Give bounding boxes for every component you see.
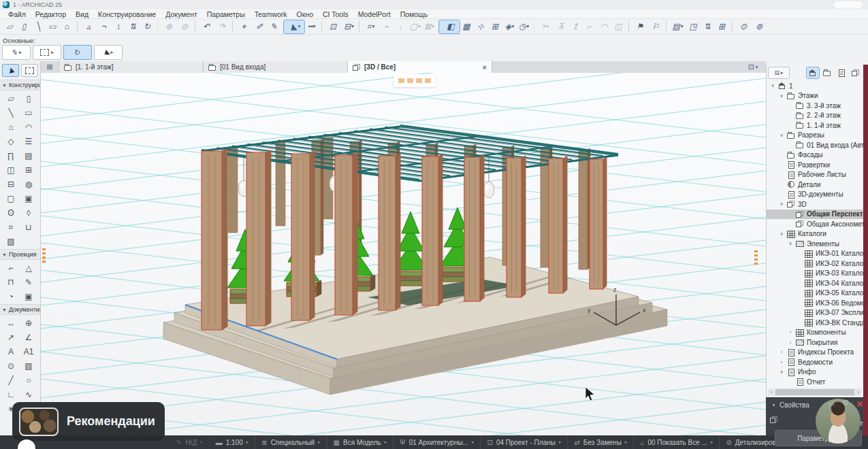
toolbox-section-viewpoint[interactable]: ▼Проекция — [0, 249, 40, 260]
linear-dimension-tool[interactable]: ↔ — [2, 316, 20, 330]
import-export-btn[interactable]: ⇅ — [701, 20, 715, 33]
circle-tool[interactable]: ○ — [20, 373, 37, 387]
dot-grid-btn[interactable]: ⊞ — [488, 20, 502, 33]
teamwork-receive-btn[interactable]: ⊚ — [752, 20, 767, 33]
tree-item-rabochie-listy[interactable]: Рабочие Листы — [767, 170, 863, 180]
status-layer-combination[interactable]: ≣Специальный▸ — [255, 435, 327, 449]
tree-expand-icon[interactable]: ∨ — [779, 231, 784, 237]
roofmaker-btn[interactable]: ▵ — [77, 20, 97, 33]
menu-design[interactable]: Конструирование — [93, 10, 161, 18]
drawing-update-btn[interactable]: ◳ — [686, 20, 701, 33]
equipment-tool[interactable]: ⊔ — [20, 220, 37, 234]
tree-expand-icon[interactable]: ∨ — [779, 369, 784, 375]
plumb-btn[interactable]: ↕ — [112, 20, 126, 33]
opening-tool[interactable]: ▢ — [2, 191, 20, 205]
status-structure-display[interactable]: ▦Вся Модель▸ — [327, 435, 394, 449]
window-controls[interactable] — [834, 1, 863, 8]
tree-expand-icon[interactable]: › — [779, 360, 784, 365]
find-select-btn[interactable]: ⌖ — [232, 20, 253, 33]
status-view-settings[interactable]: ⊡04 Проект - Планы▸ — [481, 435, 568, 449]
recommendations-overlay[interactable]: Рекомендации — [12, 402, 165, 441]
menu-edit[interactable]: Редактор — [31, 10, 71, 18]
column-tool[interactable]: ▯ — [20, 91, 37, 105]
tree-item-indeksy-proekta[interactable]: ›Индексы Проекта — [767, 348, 863, 358]
tree-item-obshchaya-perspektiva[interactable]: Общая Перспектива — [767, 210, 863, 220]
tree-item-etazhi[interactable]: ∨Этажи — [767, 91, 863, 101]
rotate-view-btn[interactable]: ↻ — [63, 45, 92, 60]
tree-item-ike-06[interactable]: ИКЭ-06 Ведомость Проемов — [767, 298, 863, 308]
column-tool-btn[interactable]: ▯ — [17, 20, 31, 33]
tab-3d-view[interactable]: [3D / Все]× — [348, 61, 492, 73]
virtual-trace-btn[interactable]: ◧ — [439, 20, 460, 33]
pick-up-parameters-btn[interactable]: ✐ — [253, 20, 267, 33]
arrow-tool-quick-btn[interactable]: ▶▸ — [94, 45, 123, 60]
tree-item-ike-01[interactable]: ИКЭ-01 Каталог Стен — [767, 249, 863, 259]
tree-item-ike-vk[interactable]: ИКЭ-ВК Стандартный Катал — [767, 318, 863, 328]
view-map-button[interactable] — [821, 67, 833, 78]
navigator-horizontal-scrollbar[interactable]: ‹ › — [768, 388, 862, 396]
arrow-tool-button[interactable]: ▶ — [2, 64, 19, 77]
roof-tool-btn[interactable]: ⌂ — [60, 20, 74, 33]
object-tool[interactable]: ▣ — [20, 191, 37, 205]
schedule-btn[interactable]: ▦ — [460, 20, 474, 33]
tree-expand-icon[interactable]: ∨ — [788, 241, 793, 246]
door-tool[interactable]: ◫ — [2, 163, 20, 177]
curtain-wall-tool[interactable]: ▤ — [20, 148, 37, 163]
camera-tool[interactable]: ▣ — [20, 289, 37, 303]
tab-close-button[interactable]: × — [483, 63, 487, 71]
undo-btn[interactable]: ↶ — [195, 20, 215, 33]
snap-reference-btn[interactable]: ⊡ — [321, 20, 342, 33]
project-map-button[interactable] — [807, 67, 819, 78]
tree-item-katalogi[interactable]: ∨Каталоги — [767, 229, 863, 239]
tree-expand-icon[interactable]: › — [788, 330, 793, 335]
tree-expand-icon[interactable]: ∨ — [770, 83, 775, 88]
wall-tool[interactable]: ▱ — [2, 91, 20, 105]
marquee-presets-btn[interactable]: ▸ — [33, 45, 61, 60]
radial-dimension-tool[interactable]: ↗ — [2, 330, 20, 344]
left-panel-grip[interactable] — [42, 248, 46, 263]
right-panel-grip[interactable] — [754, 250, 758, 265]
tree-item-komponenty[interactable]: ›Компоненты — [767, 328, 863, 338]
status-renovation-filter[interactable]: ⇄Без Замены▸ — [568, 435, 634, 449]
zoom-in-btn[interactable]: ⊕ — [157, 20, 178, 33]
status-scale[interactable]: ▬1:100▸ — [210, 435, 256, 449]
slab-tool-btn[interactable]: ▭ — [46, 20, 60, 33]
label-tool[interactable]: A1 — [20, 344, 37, 359]
tree-item-vedomosti[interactable]: ›Ведомости — [767, 357, 863, 367]
tree-item-root-1[interactable]: ∨1 — [767, 81, 863, 91]
tree-item-pokrytiya[interactable]: ›Покрытия — [767, 337, 863, 348]
tree-item-ike-02[interactable]: ИКЭ-02 Каталог Всех Проемов — [767, 259, 863, 269]
morph-tool[interactable]: ◇ — [2, 134, 20, 148]
status-layer-filter[interactable]: ⌂00 Показать Все ...▸ — [634, 435, 720, 449]
menu-file[interactable]: Файл — [3, 10, 31, 18]
lamp-tool[interactable]: ʘ — [2, 205, 20, 220]
corner-btn[interactable]: ¬ — [97, 20, 112, 33]
magic-wand-btn[interactable]: ⌁ — [379, 20, 393, 33]
fillet-btn[interactable]: ◠ — [597, 20, 611, 33]
spline-tool[interactable]: ∿ — [20, 387, 37, 401]
tab-floor-plan[interactable]: [1. 1-й этаж] — [59, 61, 204, 73]
tree-expand-icon[interactable]: › — [788, 340, 793, 345]
viewport-3d[interactable]: zxy — [41, 73, 766, 435]
marquee-tool-button[interactable] — [21, 64, 38, 77]
selection-presets-btn[interactable]: ✎▸ — [2, 45, 31, 60]
split-btn[interactable]: ✂ — [534, 20, 554, 33]
toolbox-section-document[interactable]: ▼Документир — [0, 304, 40, 315]
mesh-tool[interactable]: ⌗ — [2, 220, 20, 234]
menu-modelport[interactable]: ModelPort — [353, 10, 396, 18]
menu-help[interactable]: Помощь — [396, 10, 433, 18]
tab-section-view[interactable]: [01 Вид входа] — [204, 61, 348, 73]
shadows-btn[interactable]: ◷▾ — [517, 20, 531, 33]
stamp-tool[interactable]: ▧ — [2, 234, 20, 248]
frame-btn[interactable]: ▢▾ — [408, 20, 422, 33]
publisher-button[interactable] — [850, 67, 862, 78]
floating-mini-toolbar[interactable] — [393, 74, 436, 87]
tree-item-info[interactable]: ∨Инфо — [767, 367, 863, 378]
tree-item-obshchaya-aksonometriya[interactable]: Общая Аксонометрия — [767, 219, 863, 229]
panes-button[interactable]: ⊞ — [41, 61, 59, 73]
tree-expand-icon[interactable]: › — [779, 350, 784, 354]
section-tool[interactable]: ⌐ — [2, 261, 20, 275]
text-tool[interactable]: A — [2, 344, 20, 359]
worksheet-tool[interactable]: ✎ — [20, 275, 37, 289]
angle-dimension-tool[interactable]: ∠ — [20, 330, 37, 344]
